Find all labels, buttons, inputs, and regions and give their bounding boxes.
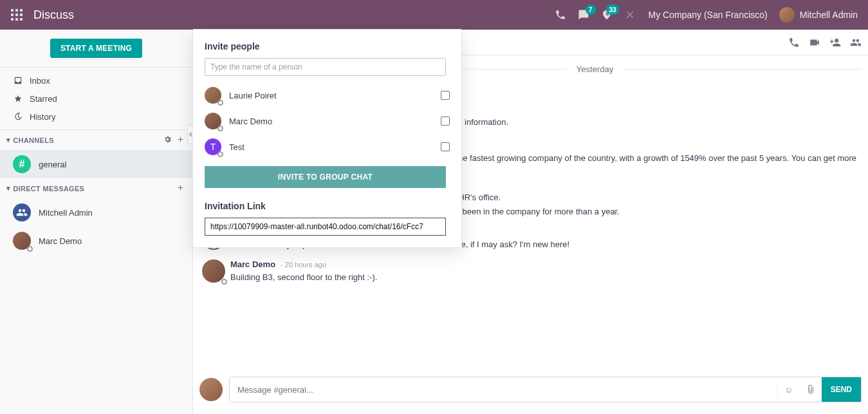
sidebar: START A MEETING Inbox Starred History ▾ … — [0, 30, 193, 414]
checkbox[interactable] — [441, 117, 450, 126]
content-area: Invite people Laurie Poiret Marc Demo T … — [193, 30, 868, 414]
person-label: Laurie Poiret — [229, 91, 441, 100]
invite-search-input[interactable] — [205, 58, 446, 76]
dm-label: Mitchell Admin — [39, 208, 93, 218]
add-user-icon[interactable] — [829, 37, 841, 48]
gear-icon[interactable] — [163, 135, 172, 144]
attachment-icon[interactable] — [800, 377, 822, 402]
inbox-icon — [13, 75, 23, 86]
chevron-down-icon: ▾ — [6, 184, 10, 193]
chevron-down-icon: ▾ — [6, 136, 10, 144]
avatar — [13, 232, 31, 250]
sidebar-item-label: Starred — [30, 94, 57, 104]
svg-rect-6 — [11, 18, 14, 21]
activities-badge: 33 — [606, 5, 618, 15]
video-icon[interactable] — [809, 37, 820, 48]
message-text-fragment: he fastest growing company of the countr… — [458, 153, 856, 163]
start-meeting-button[interactable]: START A MEETING — [50, 39, 142, 58]
message-row: Marc Demo - 20 hours ago Building B3, se… — [199, 256, 862, 288]
current-user-avatar — [199, 378, 223, 401]
svg-rect-5 — [20, 14, 23, 16]
sidebar-item-label: Inbox — [30, 76, 50, 86]
person-label: Test — [229, 142, 441, 152]
page-title: Discuss — [33, 8, 74, 22]
star-icon — [13, 93, 23, 104]
activities-icon[interactable]: 33 — [601, 9, 613, 21]
message-text-fragment: y information — [458, 117, 506, 127]
channel-label: general — [39, 160, 66, 169]
dm-label: Marc Demo — [39, 236, 82, 246]
checkbox[interactable] — [441, 91, 450, 100]
invitation-link-input[interactable] — [205, 218, 446, 236]
channels-category-header[interactable]: ▾ CHANNELS — [0, 130, 192, 150]
invite-person-laurie[interactable]: Laurie Poiret — [205, 82, 450, 108]
dm-mitchell-admin[interactable]: Mitchell Admin — [0, 198, 192, 227]
send-button[interactable]: SEND — [822, 377, 861, 402]
sidebar-item-history[interactable]: History — [0, 108, 192, 126]
channel-general[interactable]: # general — [0, 150, 192, 178]
history-icon — [13, 111, 23, 122]
channels-label: CHANNELS — [13, 136, 160, 144]
apps-menu-icon[interactable] — [10, 8, 23, 21]
direct-messages-category-header[interactable]: ▾ DIRECT MESSAGES — [0, 178, 192, 198]
avatar — [205, 87, 221, 104]
invite-people-popover: Invite people Laurie Poiret Marc Demo T … — [192, 29, 462, 248]
voip-icon[interactable] — [555, 9, 566, 21]
members-icon[interactable] — [850, 37, 862, 48]
user-menu[interactable]: Mitchell Admin — [779, 7, 858, 23]
message-author[interactable]: Marc Demo — [230, 259, 275, 269]
day-label: Yesterday — [566, 64, 623, 74]
message-text: Building B3, second floor to the right :… — [230, 270, 862, 285]
invite-to-group-chat-button[interactable]: INVITE TO GROUP CHAT — [205, 166, 446, 188]
dm-marc-demo[interactable]: Marc Demo — [0, 227, 192, 255]
message-composer: ☺ SEND — [229, 377, 862, 402]
phone-icon[interactable] — [788, 37, 800, 48]
svg-rect-3 — [11, 14, 14, 16]
person-label: Marc Demo — [229, 117, 441, 126]
company-selector[interactable]: My Company (San Francisco) — [649, 10, 768, 20]
sidebar-item-inbox[interactable]: Inbox — [0, 71, 192, 89]
avatar — [202, 259, 225, 283]
debug-icon[interactable] — [624, 9, 636, 21]
hash-icon: # — [13, 155, 31, 173]
composer-area: ☺ SEND — [193, 366, 868, 414]
invite-person-marc[interactable]: Marc Demo — [205, 108, 450, 134]
invite-title: Invite people — [205, 41, 450, 52]
avatar — [205, 113, 221, 129]
messaging-icon[interactable]: 7 — [578, 9, 589, 21]
message-time: - 20 hours ago — [281, 261, 326, 268]
direct-messages-label: DIRECT MESSAGES — [13, 185, 174, 193]
svg-rect-4 — [15, 14, 18, 16]
user-name: Mitchell Admin — [800, 10, 858, 20]
plus-icon[interactable] — [176, 183, 185, 192]
svg-rect-2 — [20, 9, 23, 12]
sidebar-item-label: History — [30, 112, 55, 122]
messaging-badge: 7 — [586, 5, 596, 15]
user-avatar — [779, 7, 795, 23]
avatar — [13, 203, 31, 221]
svg-rect-1 — [15, 9, 18, 12]
svg-rect-0 — [11, 9, 14, 12]
main-container: START A MEETING Inbox Starred History ▾ … — [0, 30, 868, 414]
message-input[interactable] — [230, 377, 777, 402]
topbar: Discuss 7 33 My Company (San Francisco) … — [0, 0, 868, 30]
svg-rect-8 — [20, 18, 23, 21]
emoji-icon[interactable]: ☺ — [778, 377, 800, 402]
checkbox[interactable] — [441, 142, 450, 151]
plus-icon[interactable] — [176, 135, 185, 144]
avatar: T — [205, 138, 221, 155]
invitation-link-title: Invitation Link — [205, 201, 450, 211]
sidebar-item-starred[interactable]: Starred — [0, 89, 192, 108]
invite-person-test[interactable]: T Test — [205, 134, 450, 160]
svg-rect-7 — [15, 18, 18, 21]
